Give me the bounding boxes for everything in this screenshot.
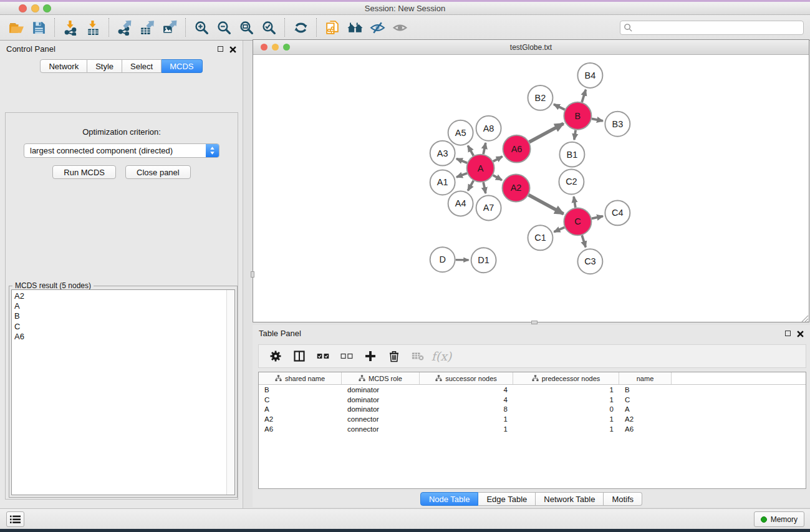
node-B4[interactable]: B4 bbox=[577, 63, 602, 88]
edge-A-A3[interactable] bbox=[456, 158, 467, 163]
node-D1[interactable]: D1 bbox=[471, 248, 496, 273]
horizontal-split-grip[interactable] bbox=[531, 321, 538, 324]
edge-A-A8[interactable] bbox=[483, 143, 486, 154]
close-panel-button[interactable]: Close panel bbox=[125, 165, 191, 179]
search-input[interactable] bbox=[620, 21, 804, 35]
window-resize-grip-icon[interactable] bbox=[801, 314, 809, 322]
network-window-titlebar[interactable]: testGlobe.txt bbox=[253, 40, 809, 55]
node-B3[interactable]: B3 bbox=[605, 112, 630, 137]
table-row[interactable]: A2connector11A2 bbox=[259, 414, 806, 424]
minimize-traffic-light[interactable] bbox=[31, 4, 39, 12]
edge-A-A5[interactable] bbox=[468, 146, 473, 156]
edge-C-C2[interactable] bbox=[574, 196, 576, 208]
delete-column-button[interactable] bbox=[383, 347, 405, 365]
tab-motifs[interactable]: Motifs bbox=[604, 492, 642, 506]
zoom-out-button[interactable] bbox=[213, 17, 235, 37]
column-header-shared-name[interactable]: shared name bbox=[259, 372, 342, 384]
save-session-button[interactable] bbox=[27, 17, 50, 37]
mcds-result-item[interactable]: A2 bbox=[12, 291, 234, 301]
table-row[interactable]: A6connector11A6 bbox=[259, 424, 806, 434]
column-header-successor-nodes[interactable]: successor nodes bbox=[420, 372, 513, 384]
edge-A-A4[interactable] bbox=[468, 181, 473, 191]
node-B2[interactable]: B2 bbox=[528, 85, 553, 110]
tab-select[interactable]: Select bbox=[122, 59, 162, 73]
edge-B-B4[interactable] bbox=[582, 90, 586, 102]
node-table[interactable]: shared nameMCDS rolesuccessor nodesprede… bbox=[258, 372, 806, 489]
node-B[interactable]: B bbox=[564, 102, 591, 130]
table-float-panel-icon[interactable] bbox=[785, 331, 791, 336]
network-canvas[interactable]: AA1A2A3A4A5A6A7A8BB1B2B3B4CC1C2C3C4DD1 bbox=[253, 56, 809, 322]
tab-style[interactable]: Style bbox=[87, 59, 122, 73]
node-A7[interactable]: A7 bbox=[476, 195, 501, 220]
mcds-result-item[interactable]: A6 bbox=[12, 332, 234, 342]
export-table-button[interactable] bbox=[136, 17, 158, 37]
table-row[interactable]: Adominator80A bbox=[259, 405, 806, 415]
table-row[interactable]: Cdominator41C bbox=[259, 395, 806, 405]
table-settings-gear-button[interactable] bbox=[265, 347, 286, 365]
edge-C-C1[interactable] bbox=[554, 227, 564, 231]
node-C1[interactable]: C1 bbox=[528, 225, 553, 250]
network-minimize-traffic-light[interactable] bbox=[272, 44, 279, 51]
edge-A-A6[interactable] bbox=[493, 157, 503, 162]
node-A4[interactable]: A4 bbox=[448, 191, 473, 216]
node-A6[interactable]: A6 bbox=[503, 135, 531, 163]
show-panels-button[interactable] bbox=[6, 511, 24, 527]
node-D[interactable]: D bbox=[430, 247, 455, 272]
memory-button[interactable]: Memory bbox=[754, 511, 804, 527]
node-A1[interactable]: A1 bbox=[430, 170, 455, 195]
vertical-split-grip[interactable] bbox=[251, 271, 254, 278]
edge-C-C3[interactable] bbox=[582, 235, 586, 247]
edge-A6-B[interactable] bbox=[529, 123, 564, 142]
optimization-criterion-select[interactable]: largest connected component (directed) bbox=[24, 143, 219, 158]
mcds-result-item[interactable]: A bbox=[12, 301, 234, 311]
edge-B-B2[interactable] bbox=[554, 104, 565, 110]
maximize-traffic-light[interactable] bbox=[43, 4, 51, 12]
import-table-button[interactable] bbox=[82, 17, 104, 37]
mcds-result-list[interactable]: A2ABCA6 bbox=[11, 289, 235, 495]
node-A5[interactable]: A5 bbox=[448, 120, 473, 145]
edge-B-B3[interactable] bbox=[592, 118, 603, 121]
apply-layout-button[interactable] bbox=[289, 17, 312, 37]
network-close-traffic-light[interactable] bbox=[261, 44, 268, 51]
node-C2[interactable]: C2 bbox=[559, 170, 584, 195]
edge-B-B1[interactable] bbox=[574, 130, 576, 139]
table-row[interactable]: Bdominator41B bbox=[259, 385, 806, 395]
edge-A-A7[interactable] bbox=[483, 182, 486, 193]
export-network-button[interactable] bbox=[113, 17, 136, 37]
toggle-columns-button[interactable] bbox=[289, 347, 310, 365]
edge-A-A2[interactable] bbox=[493, 175, 502, 180]
mcds-result-item[interactable]: C bbox=[12, 322, 234, 332]
tab-network-table[interactable]: Network Table bbox=[536, 492, 604, 506]
zoom-fit-button[interactable] bbox=[235, 17, 258, 37]
column-header-MCDS-role[interactable]: MCDS role bbox=[342, 372, 420, 384]
panel-split-gutter[interactable] bbox=[243, 41, 253, 508]
network-from-selection-button[interactable] bbox=[321, 17, 344, 37]
column-header-name[interactable]: name bbox=[619, 372, 672, 384]
run-mcds-button[interactable]: Run MCDS bbox=[52, 165, 116, 179]
open-session-button[interactable] bbox=[5, 17, 27, 37]
import-network-button[interactable] bbox=[59, 17, 82, 37]
node-A3[interactable]: A3 bbox=[430, 141, 455, 166]
column-header-predecessor-nodes[interactable]: predecessor nodes bbox=[513, 372, 619, 384]
table-close-panel-icon[interactable] bbox=[797, 330, 804, 337]
edge-A-A1[interactable] bbox=[456, 173, 467, 177]
add-column-button[interactable] bbox=[360, 347, 381, 365]
mcds-result-item[interactable]: B bbox=[12, 311, 234, 321]
node-A[interactable]: A bbox=[467, 155, 494, 182]
float-panel-icon[interactable] bbox=[218, 46, 223, 52]
node-C4[interactable]: C4 bbox=[605, 200, 630, 225]
home-view-button[interactable] bbox=[344, 17, 366, 37]
zoom-in-button[interactable] bbox=[190, 17, 213, 37]
close-panel-icon[interactable] bbox=[229, 46, 236, 52]
result-list-scrollbar[interactable] bbox=[226, 290, 234, 495]
zoom-selected-button[interactable] bbox=[258, 17, 280, 37]
node-A8[interactable]: A8 bbox=[476, 116, 501, 141]
node-C3[interactable]: C3 bbox=[577, 249, 602, 274]
select-all-rows-button[interactable] bbox=[312, 347, 334, 365]
close-traffic-light[interactable] bbox=[19, 4, 27, 12]
deselect-all-rows-button[interactable] bbox=[336, 347, 357, 365]
node-B1[interactable]: B1 bbox=[559, 142, 584, 167]
export-image-button[interactable] bbox=[158, 17, 181, 37]
hide-eye-button[interactable] bbox=[366, 17, 388, 37]
network-graph[interactable]: AA1A2A3A4A5A6A7A8BB1B2B3B4CC1C2C3C4DD1 bbox=[253, 56, 809, 322]
